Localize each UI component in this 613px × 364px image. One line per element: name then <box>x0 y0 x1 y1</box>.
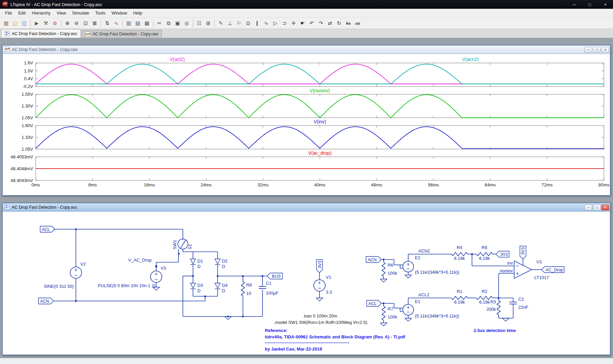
undo-button[interactable]: ↶ <box>307 19 316 28</box>
net-flag-3v3[interactable]: 3V3 <box>520 246 526 259</box>
menu-hierarchy[interactable]: Hierarchy <box>29 9 54 17</box>
tab-waveform[interactable]: AC Drop Fast Detection - Copy.raw <box>82 30 162 38</box>
schematic-close-button[interactable]: × <box>602 205 609 210</box>
waveform-close-button[interactable]: × <box>602 47 609 53</box>
save-button[interactable]: ◫ <box>20 19 29 28</box>
resistor-r6[interactable] <box>382 262 385 276</box>
zoom-in-button[interactable]: ⊕ <box>63 19 72 28</box>
ground-symbol[interactable] <box>405 275 411 278</box>
place-ground-button[interactable]: ⊥ <box>225 19 234 28</box>
switch-s1[interactable] <box>178 239 188 249</box>
text-button[interactable]: Aa <box>344 19 353 28</box>
new-schematic-button[interactable]: ▧ <box>2 19 10 28</box>
net-flag-ac_drop[interactable]: AC_Drop <box>542 267 564 273</box>
diode-d4[interactable] <box>215 283 220 288</box>
waveform-minimize-button[interactable]: ─ <box>585 47 592 53</box>
move-button[interactable]: ✛ <box>289 19 298 28</box>
cascade-windows-button[interactable]: ▦ <box>143 19 151 28</box>
place-component-button[interactable]: ⊃ <box>280 19 289 28</box>
trace-label-vacdrop[interactable]: V(ac_drop) <box>308 150 331 156</box>
net-flag-acl[interactable]: ACL <box>367 300 381 306</box>
open-file-button[interactable]: ◱ <box>11 19 20 28</box>
ground-symbol[interactable] <box>380 279 387 282</box>
zoom-full-extents-button[interactable]: ⊠ <box>90 19 99 28</box>
trace-vacn2[interactable] <box>36 64 604 84</box>
net-flag-acn[interactable]: ACN <box>38 298 54 304</box>
ground-symbol[interactable] <box>405 318 411 321</box>
add-plot-pane-button[interactable]: ∿ <box>112 19 121 28</box>
place-net-label-button[interactable]: ⚐ <box>235 19 243 28</box>
spice-directive-button[interactable]: .op <box>353 19 362 28</box>
zoom-out-button[interactable]: ⊖ <box>72 19 81 28</box>
trace-label-vacl2[interactable]: V(acl2) <box>170 57 185 62</box>
ground-symbol[interactable] <box>502 318 509 321</box>
copy-button[interactable]: ⧉ <box>164 19 173 28</box>
trace-vacl2[interactable] <box>36 64 604 84</box>
trace-label-vacn2[interactable]: V(acn2) <box>462 57 479 62</box>
main-titlebar[interactable]: LTspice IV - AC Drop Fast Detection - Co… <box>0 0 613 9</box>
zoom-area-button[interactable]: ⊡ <box>81 19 90 28</box>
place-inductor-button[interactable]: ∿ <box>262 19 271 28</box>
drag-button[interactable]: ☛ <box>298 19 307 28</box>
maximize-button[interactable]: □ <box>582 0 597 9</box>
plot-pane-2[interactable] <box>36 125 604 149</box>
trace-vnoninv[interactable] <box>36 95 604 118</box>
resistor-r4[interactable] <box>451 252 467 256</box>
ground-symbol[interactable] <box>316 298 323 301</box>
net-flag-3v3[interactable]: 3V3 <box>316 260 323 273</box>
run-button[interactable]: ▶ <box>32 19 41 28</box>
cut-button[interactable]: ✂ <box>155 19 164 28</box>
source-e1[interactable] <box>403 304 413 315</box>
diode-d3[interactable] <box>190 283 196 288</box>
net-flag-bus[interactable]: BUS <box>267 273 282 279</box>
redo-button[interactable]: ↷ <box>316 19 325 28</box>
net-flag-acn[interactable]: ACN <box>366 256 381 263</box>
trace-label-vnoninv[interactable]: V(noninv) <box>310 88 330 93</box>
menu-edit[interactable]: Edit <box>15 9 29 17</box>
trace-vinv[interactable] <box>36 127 604 149</box>
waveform-maximize-button[interactable]: □ <box>593 47 601 53</box>
autorange-y-axis-button[interactable]: ⇅ <box>103 19 112 28</box>
tile-horizontal-button[interactable]: ▤ <box>133 19 142 28</box>
diode-d1[interactable] <box>190 259 196 264</box>
waveform-window-titlebar[interactable]: AC Drop Fast Detection - Copy.raw ─ □ × <box>3 46 610 54</box>
find-button[interactable]: ◎ <box>182 19 191 28</box>
rotate-button[interactable]: ↻ <box>335 19 343 28</box>
tab-schematic[interactable]: AC Drop Fast Detection - Copy.asc <box>1 29 81 38</box>
paste-button[interactable]: ▣ <box>173 19 182 28</box>
diode-d2[interactable] <box>215 259 220 264</box>
waveform-plot-area[interactable]: 1.6V1.0V0.4V-0.2VV(acl2)V(acn2)1.55V1.30… <box>3 54 610 195</box>
menu-help[interactable]: Help <box>130 9 145 17</box>
schematic-canvas-area[interactable]: ACLACNBUS3V3ACNACL3V33V3AC_DropSW1S1V2SI… <box>3 211 610 355</box>
schematic-maximize-button[interactable]: □ <box>593 205 601 210</box>
ground-symbol[interactable] <box>380 323 387 326</box>
source-e2[interactable] <box>403 261 413 272</box>
schematic-window-titlebar[interactable]: AC Drop Fast Detection - Copy.asc ─ □ × <box>3 203 610 211</box>
resistor-r5[interactable] <box>477 252 493 256</box>
mirror-button[interactable]: ⇄ <box>326 19 334 28</box>
place-capacitor-button[interactable]: ∥ <box>253 19 262 28</box>
control-panel-button[interactable]: ⚒ <box>41 19 50 28</box>
resistor-r8[interactable] <box>241 282 245 296</box>
place-resistor-button[interactable]: Ω <box>244 19 252 28</box>
waveform-canvas[interactable]: 1.6V1.0V0.4V-0.2VV(acl2)V(acn2)1.55V1.30… <box>3 54 610 195</box>
plot-pane-1[interactable] <box>36 94 604 118</box>
net-flag-acl[interactable]: ACL <box>40 226 55 232</box>
menu-view[interactable]: View <box>54 9 69 17</box>
plot-pane-0[interactable] <box>36 63 604 87</box>
resistor-r3[interactable] <box>497 301 500 315</box>
trace-label-vinv[interactable]: V(inv) <box>314 119 326 125</box>
menu-tools[interactable]: Tools <box>92 9 109 17</box>
schematic-canvas[interactable]: ACLACNBUS3V3ACNACL3V33V3AC_DropSW1S1V2SI… <box>3 212 610 355</box>
place-diode-button[interactable]: ▷ <box>271 19 280 28</box>
print-preview-button[interactable]: ⊞ <box>204 19 213 28</box>
draw-wire-button[interactable]: ✎ <box>216 19 225 28</box>
schematic-minimize-button[interactable]: ─ <box>585 205 592 210</box>
resistor-r7[interactable] <box>382 306 385 320</box>
menu-file[interactable]: File <box>2 9 15 17</box>
menu-window[interactable]: Window <box>109 9 130 17</box>
net-flag-3v3[interactable]: 3V3 <box>496 251 509 257</box>
print-button[interactable]: ☷ <box>195 19 204 28</box>
tile-vertical-button[interactable]: ▥ <box>124 19 133 28</box>
menu-simulate[interactable]: Simulate <box>69 9 92 17</box>
